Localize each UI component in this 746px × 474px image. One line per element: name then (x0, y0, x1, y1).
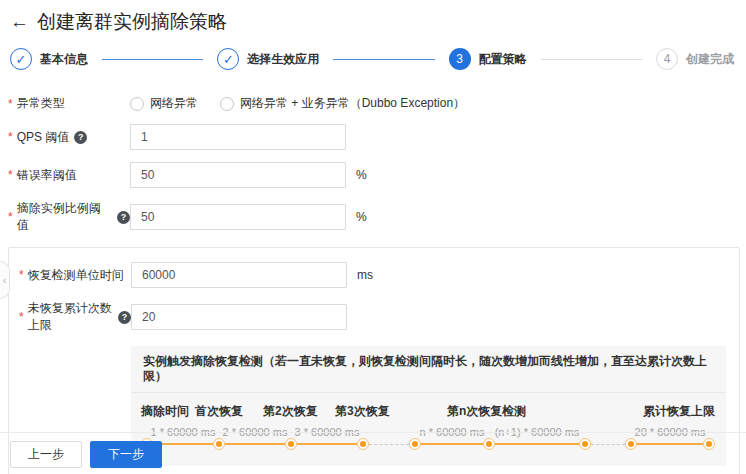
step3-number: 3 (449, 48, 471, 70)
page-header: ← 创建离群实例摘除策略 (0, 0, 746, 35)
recovery-panel-title: 实例触发摘除恢复检测（若一直未恢复，则恢复检测间隔时长，随次数增加而线性增加，直… (131, 346, 726, 393)
previous-step-button[interactable]: 上一步 (10, 441, 82, 468)
remove-ratio-row: * 摘除实例比例阈值 ? % (8, 200, 746, 234)
unrecovered-limit-input[interactable] (131, 304, 347, 330)
remove-ratio-label: * 摘除实例比例阈值 ? (8, 200, 130, 234)
field-label: QPS 阈值 (17, 129, 70, 146)
timeline-label-removal-time: 摘除时间 (141, 403, 189, 420)
step1-label: 基本信息 (40, 51, 88, 68)
chevron-left-icon: ‹ (3, 275, 6, 286)
recovery-unit-row: * 恢复检测单位时间 ms (19, 262, 739, 288)
create-outlier-removal-policy-page: ← 创建离群实例摘除策略 ✓ 基本信息 ✓ 选择生效应用 3 配置策略 4 创建… (0, 0, 746, 474)
field-label: 异常类型 (17, 95, 65, 112)
required-asterisk: * (8, 130, 13, 144)
required-asterisk: * (8, 97, 13, 111)
qps-threshold-row: * QPS 阈值 ? (8, 124, 746, 150)
field-label: 摘除实例比例阈值 (17, 200, 112, 234)
step4-label: 创建完成 (686, 51, 734, 68)
error-rate-row: * 错误率阈值 % (8, 162, 746, 188)
step-basic-info: ✓ 基本信息 (10, 48, 88, 70)
footer-buttons: 上一步 下一步 (10, 441, 162, 468)
recovery-unit-input[interactable] (131, 262, 347, 288)
timeline-segment: n * 60000 ms (421, 443, 483, 445)
next-step-button[interactable]: 下一步 (90, 441, 162, 468)
timeline-dot (625, 438, 637, 450)
step-connector (333, 59, 434, 60)
timeline-label-upper-limit: 累计恢复上限 (643, 403, 715, 420)
qps-threshold-input[interactable] (130, 124, 346, 150)
unrecovered-limit-label: * 未恢复累计次数上限 ? (19, 300, 131, 334)
timeline-segment: 3 * 60000 ms (297, 443, 357, 445)
timeline-labels: 摘除时间 首次恢复 第2次恢复 第3次恢复 第n次恢复检测 累计恢复上限 (141, 403, 715, 420)
radio-label: 网络异常 + 业务异常（Dubbo Exception） (240, 95, 465, 112)
percent-suffix: % (356, 168, 367, 182)
timeline-dot (703, 438, 715, 450)
help-icon[interactable]: ? (74, 131, 87, 144)
footer-divider (0, 432, 746, 433)
required-asterisk: * (8, 210, 13, 224)
radio-icon[interactable] (130, 97, 144, 111)
exception-type-row: * 异常类型 网络异常 网络异常 + 业务异常（Dubbo Exception） (8, 95, 746, 112)
timeline-segment: 2 * 60000 ms (225, 443, 285, 445)
timeline-label-nth-recovery: 第n次恢复检测 (447, 403, 526, 420)
policy-form: * 异常类型 网络异常 网络异常 + 业务异常（Dubbo Exception）… (0, 95, 746, 474)
step-connector (541, 59, 642, 60)
timeline-dot (357, 438, 369, 450)
recovery-detection-panel: 实例触发摘除恢复检测（若一直未恢复，则恢复检测间隔时长，随次数增加而线性增加，直… (131, 346, 726, 466)
timeline-label-3rd-recovery: 第3次恢复 (335, 403, 390, 420)
timeline-track: 1 * 60000 ms 2 * 60000 ms 3 * 60000 ms n… (141, 438, 715, 450)
ms-suffix: ms (357, 268, 373, 282)
step1-check-icon: ✓ (10, 48, 32, 70)
timeline-dot (483, 438, 495, 450)
back-arrow-icon[interactable]: ← (10, 11, 29, 33)
percent-suffix: % (356, 210, 367, 224)
exception-type-options: 网络异常 网络异常 + 业务异常（Dubbo Exception） (130, 95, 465, 112)
recovery-unit-label: * 恢复检测单位时间 (19, 267, 131, 284)
unrecovered-limit-row: * 未恢复累计次数上限 ? (19, 300, 739, 334)
help-icon[interactable]: ? (117, 211, 130, 224)
qps-threshold-label: * QPS 阈值 ? (8, 129, 130, 146)
field-label: 错误率阈值 (17, 167, 77, 184)
timeline-segment-dashed (591, 444, 625, 445)
radio-network-exception[interactable]: 网络异常 (130, 95, 198, 112)
radio-icon[interactable] (220, 97, 234, 111)
remove-ratio-input[interactable] (130, 204, 346, 230)
timeline-segment: 20 * 60000 ms (637, 443, 703, 445)
timeline-dot (213, 438, 225, 450)
step-select-app: ✓ 选择生效应用 (217, 48, 319, 70)
step3-label: 配置策略 (479, 51, 527, 68)
sidebar-collapse-handle[interactable]: ‹ (0, 261, 10, 299)
step2-label: 选择生效应用 (247, 51, 319, 68)
page-title: 创建离群实例摘除策略 (37, 9, 227, 35)
timeline-dot (409, 438, 421, 450)
field-label: 恢复检测单位时间 (28, 267, 124, 284)
radio-network-plus-business-exception[interactable]: 网络异常 + 业务异常（Dubbo Exception） (220, 95, 465, 112)
exception-type-label: * 异常类型 (8, 95, 130, 112)
required-asterisk: * (19, 310, 24, 324)
timeline-label-first-recovery: 首次恢复 (195, 403, 243, 420)
recovery-section: * 恢复检测单位时间 ms * 未恢复累计次数上限 ? 实例触发摘除恢复检测（若… (8, 247, 740, 474)
timeline-dot (285, 438, 297, 450)
step-bar: ✓ 基本信息 ✓ 选择生效应用 3 配置策略 4 创建完成 (10, 48, 734, 70)
timeline-label-2nd-recovery: 第2次恢复 (263, 403, 318, 420)
required-asterisk: * (19, 268, 24, 282)
field-label: 未恢复累计次数上限 (28, 300, 113, 334)
required-asterisk: * (8, 168, 13, 182)
error-rate-label: * 错误率阈值 (8, 167, 130, 184)
error-rate-input[interactable] (130, 162, 346, 188)
step4-number: 4 (656, 48, 678, 70)
timeline-segment: (n+1) * 60000 ms (495, 443, 579, 445)
recovery-timeline: 摘除时间 首次恢复 第2次恢复 第3次恢复 第n次恢复检测 累计恢复上限 1 *… (131, 393, 726, 466)
step2-check-icon: ✓ (217, 48, 239, 70)
timeline-segment: 1 * 60000 ms (153, 443, 213, 445)
step-complete: 4 创建完成 (656, 48, 734, 70)
radio-label: 网络异常 (150, 95, 198, 112)
timeline-segment-dashed (369, 444, 409, 445)
step-configure-policy: 3 配置策略 (449, 48, 527, 70)
help-icon[interactable]: ? (118, 311, 131, 324)
timeline-dot (579, 438, 591, 450)
step-connector (102, 59, 203, 60)
